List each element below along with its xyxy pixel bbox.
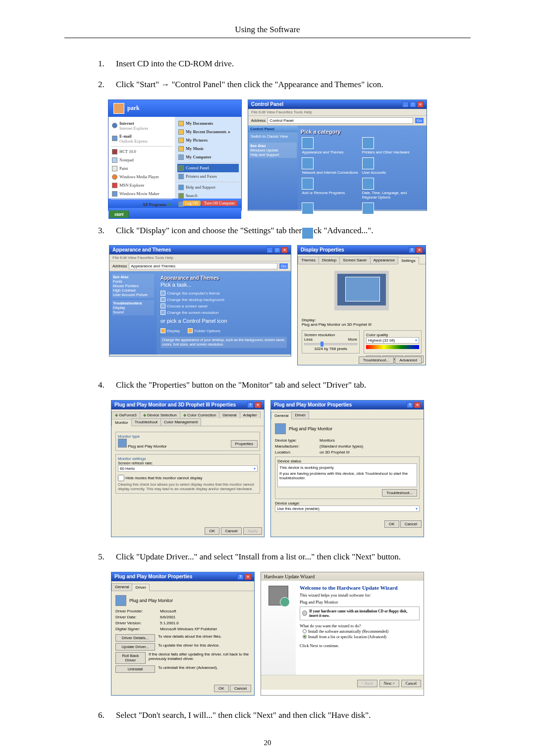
close-icon[interactable]: × [255, 402, 261, 408]
troubleshoot-button[interactable]: Troubleshoot... [359, 356, 394, 364]
tab-driver[interactable]: Driver [132, 584, 149, 591]
address-input[interactable] [129, 263, 277, 269]
tab-colormgmt[interactable]: Color Management [160, 418, 201, 426]
see-fonts[interactable]: Fonts [113, 279, 153, 284]
task-theme[interactable]: Change the computer's theme [160, 291, 287, 296]
sm-pics[interactable]: My Pictures [177, 136, 239, 145]
address-input[interactable] [268, 117, 413, 124]
sm-music[interactable]: My Music [177, 145, 239, 153]
uninstall-button[interactable]: Uninstall [115, 665, 155, 673]
update-driver-button[interactable]: Update Driver... [115, 643, 155, 651]
minimize-icon[interactable]: _ [267, 247, 273, 253]
logoff-button[interactable]: Log Off [183, 201, 201, 206]
ok-button[interactable]: OK [384, 520, 399, 528]
sm-help[interactable]: Help and Support [177, 183, 239, 192]
cancel-button[interactable]: Cancel [401, 680, 421, 687]
see-help[interactable]: Help and Support [250, 152, 296, 157]
tab-general[interactable]: General [219, 411, 240, 418]
cat-appearance[interactable]: Appearance and Themes [302, 137, 358, 154]
sm-search[interactable]: Search [177, 192, 239, 200]
advanced-button[interactable]: Advanced [395, 356, 422, 364]
close-icon[interactable]: × [414, 402, 421, 408]
help-icon[interactable]: ? [247, 402, 254, 408]
resolution-slider[interactable] [304, 343, 357, 345]
sm-msn[interactable]: MSN Explorer [111, 181, 172, 190]
help-icon[interactable]: ? [407, 402, 413, 408]
see-update[interactable]: Windows Update [250, 148, 296, 152]
troubleshoot-button[interactable]: Troubleshoot... [382, 489, 417, 497]
icon-folder-options[interactable]: Folder Options [188, 328, 220, 333]
sm-notepad[interactable]: Notepad [111, 156, 172, 164]
cancel-button[interactable]: Cancel [230, 685, 251, 692]
start-button[interactable]: start [109, 210, 129, 218]
cp-switch[interactable]: Switch to Classic View [251, 134, 295, 139]
cat-addremove[interactable]: Add or Remove Programs [302, 178, 358, 195]
tab-driver[interactable]: Driver [291, 411, 309, 419]
tab-appearance[interactable]: Appearance [370, 256, 398, 264]
ok-button[interactable]: OK [205, 527, 219, 535]
close-icon[interactable]: × [245, 574, 251, 580]
cat-printers[interactable]: Printers and Other Hardware [362, 137, 419, 154]
opt-list[interactable]: Install from a list or specific location… [300, 635, 420, 639]
icon-display[interactable]: Display [160, 328, 180, 333]
sm-printers[interactable]: Printers and Faxes [177, 172, 239, 181]
go-button[interactable]: Go [415, 118, 424, 123]
sm-controlpanel[interactable]: Control Panel [177, 164, 239, 172]
maximize-icon[interactable]: □ [274, 247, 280, 253]
sm-internet[interactable]: InternetInternet Explorer [111, 119, 172, 132]
tab-colorcorr[interactable]: ◆ Color Correction [180, 411, 219, 418]
properties-button[interactable]: Properties [231, 440, 258, 448]
color-quality-select[interactable]: Highest (32 bit)▾ [366, 337, 419, 344]
sm-mycomp[interactable]: My Computer [177, 153, 239, 161]
tab-troubleshoot[interactable]: Troubleshoot [131, 418, 161, 426]
cancel-button[interactable]: Cancel [400, 520, 422, 528]
tb-sound[interactable]: Sound [113, 310, 153, 314]
ok-button[interactable]: OK [214, 685, 229, 692]
go-button[interactable]: Go [279, 263, 288, 269]
sm-paint[interactable]: Paint [111, 164, 172, 173]
sm-recent[interactable]: My Recent Documents▸ [177, 128, 239, 136]
close-icon[interactable]: × [417, 101, 424, 107]
turnoff-button[interactable]: Turn Off Computer [202, 201, 237, 206]
cat-network[interactable]: Network and Internet Connections [302, 157, 358, 175]
opt-auto[interactable]: Install the software automatically (Reco… [300, 629, 420, 634]
help-icon[interactable]: ? [409, 247, 415, 253]
tab-general[interactable]: General [271, 412, 292, 419]
hide-modes-checkbox[interactable] [118, 475, 124, 481]
cat-access[interactable]: Accessibility Options [362, 202, 419, 220]
tab-desktop[interactable]: Desktop [319, 256, 340, 264]
sm-wmm[interactable]: Windows Movie Maker [111, 190, 172, 198]
see-contrast[interactable]: High Contrast [113, 288, 153, 293]
app-menu[interactable]: File Edit View Favorites Tools Help [109, 254, 291, 261]
see-uap[interactable]: User Account Picture [113, 293, 153, 297]
task-desktop[interactable]: Change the desktop background [160, 297, 287, 302]
cat-users[interactable]: User Accounts [362, 157, 419, 175]
tab-devsel[interactable]: ◆ Device Selection [140, 411, 180, 418]
cat-sounds[interactable]: Sounds, Speech, and Audio Devices [302, 202, 358, 224]
sm-docs[interactable]: My Documents [177, 119, 239, 128]
see-mouse[interactable]: Mouse Pointers [113, 284, 153, 288]
back-button[interactable]: < Back [357, 680, 377, 687]
usage-select[interactable]: Use this device (enable)▾ [275, 505, 420, 512]
cat-perf[interactable]: Performance and Maintenance [302, 227, 358, 245]
task-resolution[interactable]: Change the screen resolution [160, 310, 287, 315]
cat-region[interactable]: Date, Time, Language, and Regional Optio… [362, 178, 419, 200]
maximize-icon[interactable]: □ [410, 101, 416, 107]
help-icon[interactable]: ? [237, 574, 244, 580]
tab-monitor[interactable]: Monitor [111, 419, 132, 426]
sm-hct[interactable]: HCT 10.0 [111, 148, 172, 156]
minimize-icon[interactable]: _ [402, 101, 409, 107]
tab-adapter[interactable]: Adapter [240, 411, 261, 418]
tab-geforce[interactable]: ◆ GeForce3 [111, 411, 140, 418]
tab-themes[interactable]: Themes [298, 256, 319, 264]
cp-menu[interactable]: File Edit View Favorites Tools Help [248, 109, 427, 116]
tab-general[interactable]: General [111, 583, 132, 591]
driver-details-button[interactable]: Driver Details... [115, 634, 155, 642]
sm-email[interactable]: E-mailOutlook Express [111, 132, 172, 145]
cancel-button[interactable]: Cancel [221, 527, 242, 535]
rollback-driver-button[interactable]: Roll Back Driver [115, 652, 146, 664]
tb-display[interactable]: Display [113, 305, 153, 310]
sm-allprograms[interactable]: All Programs ▶ [111, 201, 172, 208]
next-button[interactable]: Next > [379, 680, 399, 687]
tab-settings[interactable]: Settings [398, 257, 419, 264]
